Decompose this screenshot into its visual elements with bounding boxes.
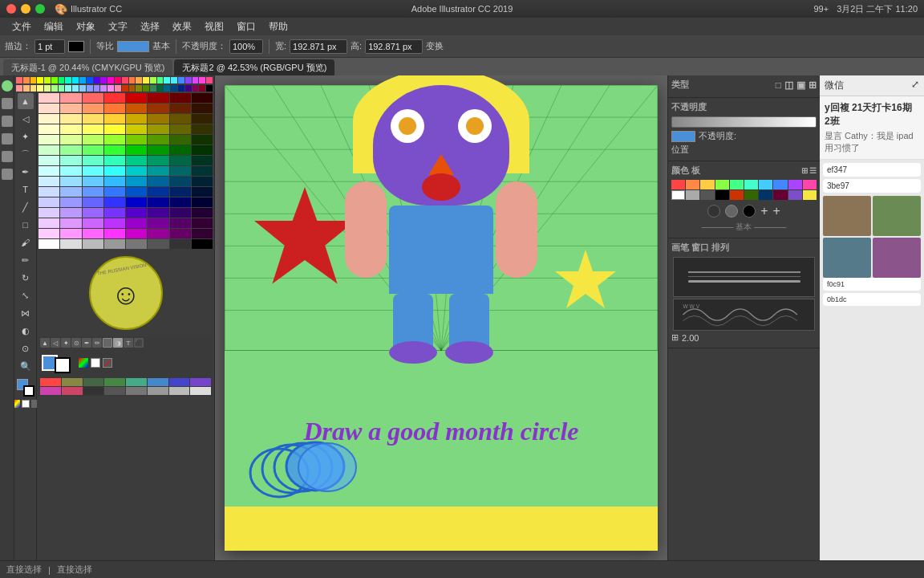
swatch[interactable] [16, 85, 22, 92]
pencil-tool[interactable]: ✏ [18, 252, 34, 268]
swatch[interactable] [104, 378, 125, 386]
swatch[interactable] [143, 85, 149, 92]
swatch[interactable] [192, 208, 213, 218]
swatch[interactable] [192, 177, 213, 186]
swatch[interactable] [79, 77, 86, 83]
swatch[interactable] [122, 85, 128, 92]
swatch[interactable] [185, 77, 192, 83]
maximize-button[interactable] [35, 4, 45, 14]
swatch[interactable] [169, 387, 190, 395]
swatch[interactable] [44, 85, 51, 92]
stroke-color-swatch[interactable] [68, 41, 84, 52]
swatch[interactable] [192, 85, 199, 92]
rp-icon-2[interactable]: ◫ [784, 79, 793, 91]
swatch[interactable] [192, 197, 213, 207]
swatch[interactable] [60, 218, 81, 228]
rp-swatch[interactable] [730, 190, 744, 200]
wechat-thumb-3[interactable] [823, 238, 871, 278]
swatch[interactable] [126, 156, 147, 165]
swatch[interactable] [148, 124, 168, 134]
swatch[interactable] [148, 187, 168, 197]
swatch[interactable] [192, 156, 213, 165]
swatch[interactable] [37, 77, 43, 83]
rp-swatch[interactable] [773, 180, 787, 189]
swatch[interactable] [60, 197, 81, 207]
menu-edit[interactable]: 编辑 [38, 18, 69, 35]
swatch[interactable] [104, 135, 125, 144]
swatch[interactable] [178, 85, 184, 92]
sidebar-icon-1[interactable] [2, 80, 13, 92]
swatch[interactable] [170, 135, 191, 144]
fill-swatch[interactable] [117, 41, 149, 52]
swatch[interactable] [170, 239, 191, 249]
paintbrush-tool[interactable]: 🖌 [18, 234, 34, 250]
rp-swatch[interactable] [671, 180, 685, 189]
swatch[interactable] [16, 77, 22, 83]
rp-list-icon[interactable]: ☰ [809, 166, 817, 175]
width-input[interactable] [290, 39, 347, 54]
swatch[interactable] [65, 77, 71, 83]
swatch[interactable] [126, 104, 147, 113]
swatch[interactable] [126, 124, 147, 134]
swatch[interactable] [126, 229, 147, 238]
sidebar-icon-2[interactable] [2, 98, 13, 109]
swatch[interactable] [38, 229, 59, 238]
swatch[interactable] [126, 239, 147, 249]
swatch[interactable] [107, 85, 114, 92]
swatch[interactable] [38, 135, 59, 144]
swatch[interactable] [192, 114, 213, 124]
swatch[interactable] [72, 85, 79, 92]
rp-dot-black2[interactable] [743, 205, 756, 218]
swatch[interactable] [60, 208, 81, 218]
lasso-tool[interactable]: ⌒ [18, 146, 34, 162]
swatch[interactable] [83, 239, 103, 249]
swatch[interactable] [60, 114, 81, 124]
menu-window[interactable]: 窗口 [231, 18, 261, 35]
swatch[interactable] [23, 85, 30, 92]
rp-swatch[interactable] [671, 190, 685, 200]
swatch[interactable] [192, 124, 213, 134]
swatch[interactable] [60, 177, 81, 186]
swatch[interactable] [38, 177, 59, 186]
wechat-thumb-1[interactable] [823, 196, 871, 236]
rp-plus-1[interactable]: + [760, 204, 768, 218]
swatch[interactable] [164, 85, 170, 92]
swatch[interactable] [192, 93, 213, 103]
menu-effect[interactable]: 效果 [167, 18, 197, 35]
rp-swatch[interactable] [715, 180, 729, 189]
line-tool[interactable]: ╱ [18, 199, 34, 215]
swatch[interactable] [170, 197, 191, 207]
tab-1[interactable]: 无标题-1 @ 20.44% (CMYK/GPU 预览) [3, 59, 172, 75]
white-mode-btn[interactable] [91, 358, 100, 368]
swatch[interactable] [170, 187, 191, 197]
swatch[interactable] [170, 218, 191, 228]
swatch[interactable] [190, 378, 211, 386]
swatch[interactable] [126, 114, 147, 124]
rp-icon-4[interactable]: ⊞ [808, 79, 817, 91]
swatch[interactable] [126, 387, 147, 395]
swatch[interactable] [126, 166, 147, 176]
mini-tool-9[interactable]: ⬛ [134, 338, 144, 348]
swatch[interactable] [129, 77, 136, 83]
swatch[interactable] [148, 145, 168, 155]
swatch[interactable] [126, 218, 147, 228]
scale-tool[interactable]: ⤡ [18, 287, 34, 303]
blend-tool[interactable]: ⋈ [18, 305, 34, 321]
rp-swatch[interactable] [788, 180, 802, 189]
pen-tool[interactable]: ✒ [18, 164, 34, 180]
swatch[interactable] [115, 85, 121, 92]
zoom-tool[interactable]: 🔍 [18, 358, 34, 374]
stroke-display[interactable] [55, 357, 71, 373]
swatch[interactable] [126, 145, 147, 155]
swatch[interactable] [62, 378, 83, 386]
swatch[interactable] [148, 218, 168, 228]
minimize-button[interactable] [21, 4, 30, 14]
rp-swatch[interactable] [773, 190, 787, 200]
menu-help[interactable]: 帮助 [263, 18, 294, 35]
swatch[interactable] [192, 229, 213, 238]
swatch[interactable] [83, 166, 103, 176]
mini-fill-box[interactable] [103, 338, 112, 348]
swatch[interactable] [83, 135, 103, 144]
swatch[interactable] [148, 177, 168, 186]
swatch[interactable] [170, 114, 191, 124]
